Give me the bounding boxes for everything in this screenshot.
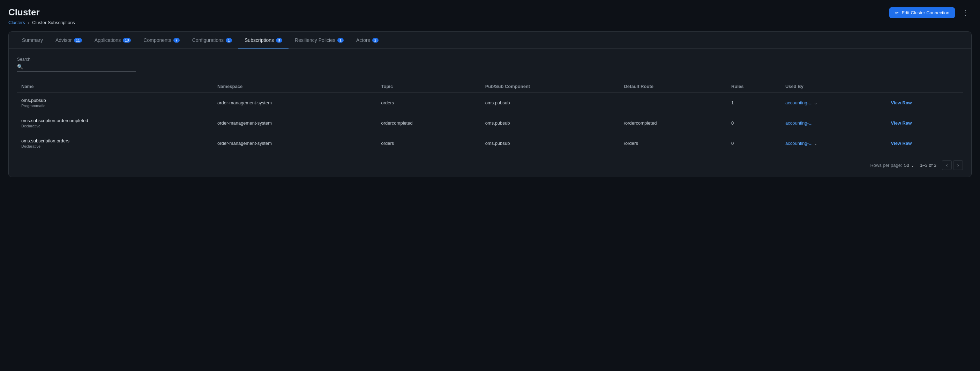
rows-per-page: Rows per page: 50 ⌄ — [870, 162, 915, 168]
search-section: Search 🔍 — [17, 57, 963, 72]
row-pubsub-0: oms.pubsub — [481, 93, 620, 113]
row-subtype-2: Declarative — [21, 144, 209, 148]
page-info: 1–3 of 3 — [920, 162, 936, 168]
col-header-5: Rules — [727, 80, 781, 93]
rows-per-page-chevron: ⌄ — [911, 162, 915, 168]
edit-cluster-button[interactable]: ✏ Edit Cluster Connection — [889, 7, 955, 18]
tab-label-configurations: Configurations — [192, 37, 224, 43]
col-header-6: Used By — [781, 80, 887, 93]
rows-per-page-label: Rows per page: — [870, 162, 902, 168]
row-namespace-2: order-management-system — [213, 133, 377, 154]
row-rules-0: 1 — [727, 93, 781, 113]
prev-icon: ‹ — [946, 162, 948, 168]
tab-badge-resiliency: 1 — [337, 38, 344, 43]
row-topic-1: ordercompleted — [377, 113, 481, 133]
view-raw-button-2[interactable]: View Raw — [891, 141, 912, 146]
row-name-2: oms.subscription.orders — [21, 138, 209, 143]
search-input-wrap: 🔍 — [17, 64, 136, 72]
breadcrumb-separator: › — [28, 20, 29, 25]
row-subtype-1: Declarative — [21, 124, 209, 128]
table-header-row: NameNamespaceTopicPub/Sub ComponentDefau… — [17, 80, 963, 93]
tab-badge-actors: 2 — [372, 38, 379, 43]
breadcrumb-clusters-link[interactable]: Clusters — [8, 20, 25, 25]
table-header: NameNamespaceTopicPub/Sub ComponentDefau… — [17, 80, 963, 93]
tab-badge-configurations: 1 — [226, 38, 232, 43]
rows-per-page-value: 50 — [904, 162, 909, 168]
pencil-icon: ✏ — [895, 10, 899, 15]
next-icon: › — [957, 162, 959, 168]
edit-button-label: Edit Cluster Connection — [902, 10, 949, 15]
page-title: Cluster — [8, 7, 75, 18]
tab-resiliency[interactable]: Resiliency Policies1 — [288, 32, 350, 48]
tab-label-resiliency: Resiliency Policies — [295, 37, 335, 43]
search-input[interactable] — [26, 64, 136, 70]
row-name-0: oms.pubsub — [21, 98, 209, 103]
col-header-3: Pub/Sub Component — [481, 80, 620, 93]
tab-label-subscriptions: Subscriptions — [245, 37, 274, 43]
row-pubsub-1: oms.pubsub — [481, 113, 620, 133]
tab-configurations[interactable]: Configurations1 — [186, 32, 238, 48]
row-namespace-1: order-management-system — [213, 113, 377, 133]
tab-components[interactable]: Components7 — [137, 32, 186, 48]
subscriptions-table: NameNamespaceTopicPub/Sub ComponentDefau… — [17, 80, 963, 153]
tab-label-actors: Actors — [356, 37, 370, 43]
row-namespace-0: order-management-system — [213, 93, 377, 113]
page-nav: ‹ › — [942, 160, 963, 170]
row-topic-2: orders — [377, 133, 481, 154]
col-header-0: Name — [17, 80, 213, 93]
row-default-route-0 — [620, 93, 727, 113]
title-breadcrumb: Cluster Clusters › Cluster Subscriptions — [8, 7, 75, 25]
search-label: Search — [17, 57, 963, 62]
tab-actors[interactable]: Actors2 — [350, 32, 385, 48]
tab-advisor[interactable]: Advisor11 — [49, 32, 88, 48]
table-row: oms.subscription.ordercompletedDeclarati… — [17, 113, 963, 133]
tab-badge-components: 7 — [173, 38, 180, 43]
prev-page-button[interactable]: ‹ — [942, 160, 952, 170]
tab-label-advisor: Advisor — [56, 37, 72, 43]
view-raw-button-1[interactable]: View Raw — [891, 120, 912, 126]
col-header-2: Topic — [377, 80, 481, 93]
tab-label-applications: Applications — [95, 37, 121, 43]
tab-applications[interactable]: Applications13 — [88, 32, 137, 48]
rows-per-page-select[interactable]: 50 ⌄ — [904, 162, 915, 168]
col-header-7 — [887, 80, 963, 93]
tab-badge-advisor: 11 — [74, 38, 82, 43]
row-used-by-link-2[interactable]: accounting-... — [785, 141, 813, 146]
next-page-button[interactable]: › — [953, 160, 963, 170]
table-body: oms.pubsubProgrammaticorder-management-s… — [17, 93, 963, 154]
table-row: oms.subscription.ordersDeclarativeorder-… — [17, 133, 963, 154]
tab-badge-applications: 13 — [123, 38, 131, 43]
tab-label-components: Components — [143, 37, 171, 43]
col-header-1: Namespace — [213, 80, 377, 93]
header-actions: ✏ Edit Cluster Connection ⋮ — [889, 7, 972, 18]
row-subtype-0: Programmatic — [21, 103, 209, 108]
table-row: oms.pubsubProgrammaticorder-management-s… — [17, 93, 963, 113]
row-topic-0: orders — [377, 93, 481, 113]
view-raw-button-0[interactable]: View Raw — [891, 100, 912, 105]
tab-summary[interactable]: Summary — [16, 32, 49, 48]
row-default-route-1: /ordercompleted — [620, 113, 727, 133]
row-pubsub-2: oms.pubsub — [481, 133, 620, 154]
page-header: Cluster Clusters › Cluster Subscriptions… — [8, 7, 972, 25]
row-rules-2: 0 — [727, 133, 781, 154]
breadcrumb-current: Cluster Subscriptions — [32, 20, 75, 25]
main-card: SummaryAdvisor11Applications13Components… — [8, 32, 972, 177]
content-area: Search 🔍 NameNamespaceTopicPub/Sub Compo… — [9, 48, 971, 177]
tab-label-summary: Summary — [22, 37, 43, 43]
tabs-bar: SummaryAdvisor11Applications13Components… — [9, 32, 971, 48]
breadcrumb: Clusters › Cluster Subscriptions — [8, 20, 75, 25]
table-wrap: NameNamespaceTopicPub/Sub ComponentDefau… — [17, 80, 963, 153]
more-options-button[interactable]: ⋮ — [959, 7, 972, 18]
row-used-by-link-0[interactable]: accounting-... — [785, 100, 813, 105]
col-header-4: Default Route — [620, 80, 727, 93]
chevron-down-icon[interactable]: ⌄ — [814, 141, 818, 146]
chevron-down-icon[interactable]: ⌄ — [814, 100, 818, 105]
row-used-by-link-1[interactable]: accounting-... — [785, 120, 813, 126]
tab-badge-subscriptions: 3 — [276, 38, 282, 43]
row-rules-1: 0 — [727, 113, 781, 133]
tab-subscriptions[interactable]: Subscriptions3 — [238, 32, 288, 48]
row-name-1: oms.subscription.ordercompleted — [21, 118, 209, 123]
search-icon: 🔍 — [17, 64, 23, 70]
row-default-route-2: /orders — [620, 133, 727, 154]
pagination-row: Rows per page: 50 ⌄ 1–3 of 3 ‹ › — [17, 160, 963, 170]
